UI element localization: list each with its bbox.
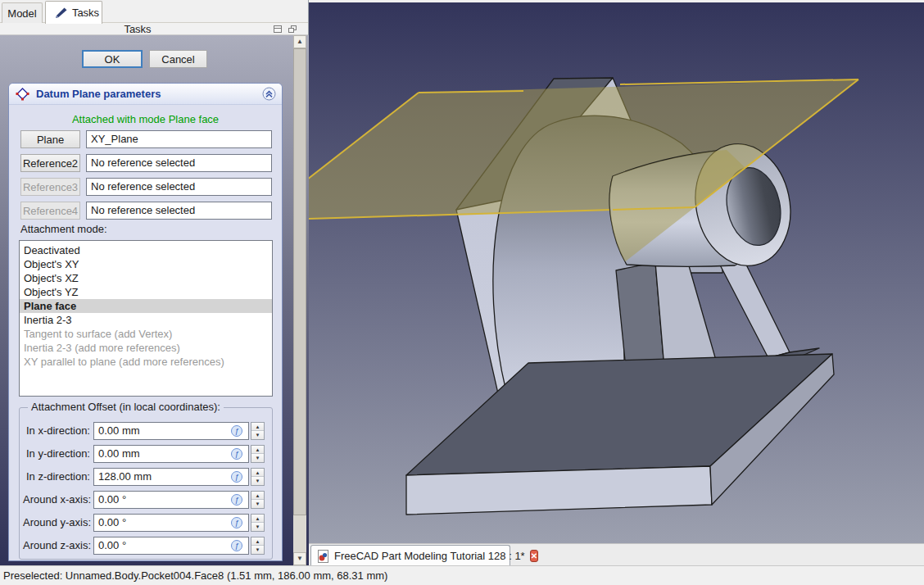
offset-row-x: In x-direction: 0.00 mm ƒ ▲▼: [20, 422, 272, 440]
tasks-panel-content: OK Cancel Datum Plane parameters Attache…: [0, 35, 309, 565]
3d-scene: [309, 2, 924, 543]
document-tab-label: FreeCAD Part Modeling Tutorial 128 : 1*: [334, 550, 525, 562]
plane-reference-button[interactable]: Plane: [20, 130, 80, 148]
offset-z-label: In z-direction:: [23, 470, 90, 483]
around-x-field[interactable]: 0.00 °: [93, 491, 249, 509]
preselection-status-text: Preselected: Unnamed.Body.Pocket004.Face…: [3, 566, 387, 585]
tasks-panel: Model Tasks Tasks OK Cancel: [0, 0, 309, 565]
offset-row-y: In y-direction: 0.00 mm ƒ ▲▼: [20, 445, 272, 463]
3d-viewport[interactable]: [309, 2, 924, 543]
around-y-label: Around y-axis:: [23, 516, 90, 528]
around-z-stepper[interactable]: ▲▼: [251, 537, 265, 555]
offset-x-field[interactable]: 0.00 mm: [93, 422, 249, 440]
offset-z-field[interactable]: 128.00 mm: [93, 468, 249, 486]
panel-title-bar: Tasks: [0, 23, 308, 35]
offset-y-label: In y-direction:: [23, 447, 90, 460]
attachment-mode-label: Attachment mode:: [20, 223, 107, 235]
list-item[interactable]: Deactivated: [20, 243, 272, 257]
list-item: Tangent to surface (add Vertex): [20, 327, 272, 341]
scroll-down-icon[interactable]: ▼: [293, 552, 306, 565]
list-item[interactable]: Object's YZ: [20, 285, 272, 299]
around-y-field[interactable]: 0.00 °: [93, 514, 249, 532]
around-x-label: Around x-axis:: [23, 493, 90, 506]
offset-x-stepper[interactable]: ▲▼: [251, 422, 265, 440]
datum-plane-parameters-box: Datum Plane parameters Attached with mod…: [8, 83, 283, 561]
tab-model[interactable]: Model: [2, 2, 43, 23]
offset-y-field[interactable]: 0.00 mm: [93, 445, 249, 463]
around-y-stepper[interactable]: ▲▼: [251, 514, 265, 532]
expression-icon[interactable]: ƒ: [231, 448, 242, 460]
pen-icon: [55, 7, 68, 19]
close-document-icon[interactable]: ✕: [530, 550, 538, 562]
panel-tab-bar: Model Tasks: [0, 0, 308, 23]
expression-icon[interactable]: ƒ: [231, 540, 242, 551]
list-item[interactable]: Object's XZ: [20, 271, 272, 285]
plane-reference-field[interactable]: XY_Plane: [86, 130, 272, 148]
tab-tasks-label: Tasks: [72, 7, 99, 19]
list-item: XY parallel to plane (add more reference…: [20, 355, 272, 369]
collapse-section-icon[interactable]: [262, 87, 276, 103]
float-panel-icon[interactable]: [288, 25, 297, 33]
list-item[interactable]: Object's XY: [20, 257, 272, 271]
rotation-row-x: Around x-axis: 0.00 ° ƒ ▲▼: [20, 491, 272, 509]
list-item: Inertia 2-3 (add more references): [20, 341, 272, 355]
ok-button[interactable]: OK: [82, 50, 143, 68]
reference4-field[interactable]: No reference selected: [86, 202, 272, 220]
attachment-offset-group: Attachment Offset (in local coordinates)…: [19, 407, 273, 560]
section-title: Datum Plane parameters: [36, 88, 161, 100]
attachment-mode-list: Deactivated Object's XY Object's XZ Obje…: [19, 240, 273, 397]
reference4-button: Reference4: [20, 202, 80, 220]
list-item[interactable]: Inertia 2-3: [20, 313, 272, 327]
document-tab-bar: FreeCAD Part Modeling Tutorial 128 : 1* …: [309, 543, 924, 565]
around-x-stepper[interactable]: ▲▼: [251, 491, 265, 509]
rotation-row-z: Around z-axis: 0.00 ° ƒ ▲▼: [20, 537, 272, 555]
offset-row-z: In z-direction: 128.00 mm ƒ ▲▼: [20, 468, 272, 486]
scrollbar-thumb[interactable]: [293, 48, 306, 515]
reference2-field[interactable]: No reference selected: [86, 154, 272, 172]
expression-icon[interactable]: ƒ: [231, 494, 242, 506]
section-header[interactable]: Datum Plane parameters: [9, 84, 282, 105]
expression-icon[interactable]: ƒ: [231, 471, 242, 483]
reference3-field[interactable]: No reference selected: [86, 178, 272, 196]
around-z-field[interactable]: 0.00 °: [93, 537, 249, 555]
offset-x-label: In x-direction:: [23, 424, 90, 437]
shade-panel-icon[interactable]: [274, 25, 282, 33]
tab-model-label: Model: [7, 7, 36, 20]
attach-status-text: Attached with mode Plane face: [9, 113, 282, 125]
status-bar: Preselected: Unnamed.Body.Pocket004.Face…: [0, 565, 924, 585]
around-z-label: Around z-axis:: [23, 539, 90, 551]
panel-scrollbar[interactable]: ▲ ▼: [293, 35, 306, 565]
attachment-offset-legend: Attachment Offset (in local coordinates)…: [28, 401, 224, 413]
reference2-button[interactable]: Reference2: [20, 154, 80, 172]
cancel-button[interactable]: Cancel: [149, 50, 207, 68]
offset-z-stepper[interactable]: ▲▼: [251, 468, 265, 486]
reference3-button: Reference3: [20, 178, 80, 196]
scroll-up-icon[interactable]: ▲: [293, 35, 306, 48]
document-tab[interactable]: FreeCAD Part Modeling Tutorial 128 : 1* …: [310, 545, 510, 566]
list-item-selected[interactable]: Plane face: [20, 299, 272, 313]
expression-icon[interactable]: ƒ: [231, 425, 242, 437]
tab-tasks[interactable]: Tasks: [45, 1, 102, 24]
panel-title: Tasks: [0, 23, 275, 35]
freecad-document-icon: [317, 550, 329, 563]
freecad-window: Model Tasks Tasks OK Cancel: [0, 0, 924, 585]
datum-plane-icon: [16, 87, 29, 101]
offset-y-stepper[interactable]: ▲▼: [251, 445, 265, 463]
rotation-row-y: Around y-axis: 0.00 ° ƒ ▲▼: [20, 514, 272, 532]
expression-icon[interactable]: ƒ: [231, 517, 242, 528]
